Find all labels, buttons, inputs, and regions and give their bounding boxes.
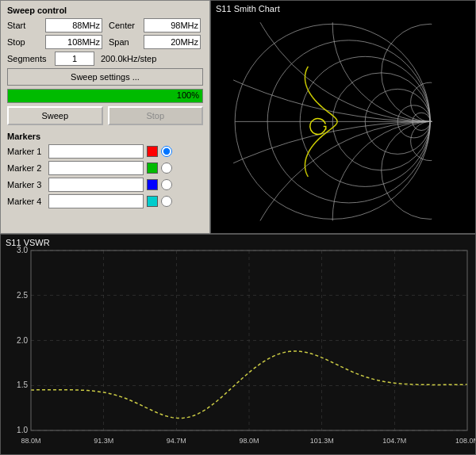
span-label: Span: [109, 37, 144, 47]
marker-2-color: [147, 162, 158, 174]
marker-3-color: [147, 179, 158, 190]
start-label: Start: [7, 21, 45, 30]
smith-chart-canvas: [211, 1, 475, 233]
progress-label: 100%: [177, 90, 199, 100]
vswr-canvas: [1, 235, 475, 454]
marker-2-label: Marker 2: [7, 163, 48, 173]
marker-4-label: Marker 4: [7, 197, 48, 206]
step-label: 200.0kHz/step: [101, 54, 156, 63]
progress-bar-container: 100%: [7, 89, 203, 103]
marker-4-input[interactable]: [48, 194, 144, 208]
marker-3-row: Marker 3: [7, 178, 203, 192]
left-panel: Sweep control Start Center Stop Span Seg…: [0, 0, 210, 234]
marker-3-label: Marker 3: [7, 180, 48, 189]
vswr-title: S11 VSWR: [6, 238, 50, 247]
start-input[interactable]: [45, 18, 102, 32]
progress-bar-fill: [8, 90, 202, 102]
marker-3-input[interactable]: [48, 178, 144, 192]
main-container: Sweep control Start Center Stop Span Seg…: [0, 0, 476, 455]
stop-label: Stop: [7, 37, 45, 47]
marker-1-label: Marker 1: [7, 147, 48, 156]
marker-1-radio[interactable]: [161, 146, 172, 157]
marker-2-radio[interactable]: [161, 162, 172, 174]
top-row: Sweep control Start Center Stop Span Seg…: [0, 0, 476, 234]
sweep-button[interactable]: Sweep: [7, 106, 103, 125]
segments-label: Segments: [7, 54, 55, 63]
center-input[interactable]: [144, 18, 201, 32]
marker-4-color: [147, 196, 158, 207]
stop-button[interactable]: Stop: [108, 106, 204, 125]
buttons-row: Sweep Stop: [7, 106, 203, 125]
marker-3-radio[interactable]: [161, 179, 172, 190]
smith-chart-title: S11 Smith Chart: [216, 4, 280, 13]
marker-2-row: Marker 2: [7, 161, 203, 175]
marker-1-row: Marker 1: [7, 144, 203, 159]
marker-4-radio[interactable]: [161, 196, 172, 207]
sweep-settings-button[interactable]: Sweep settings ...: [7, 68, 203, 86]
marker-1-color: [147, 146, 158, 157]
start-center-row: Start Center: [7, 18, 203, 32]
stop-input[interactable]: [45, 35, 102, 49]
marker-2-input[interactable]: [48, 161, 144, 175]
marker-1-input[interactable]: [48, 144, 144, 159]
marker-4-row: Marker 4: [7, 194, 203, 208]
sweep-control-title: Sweep control: [7, 6, 203, 15]
vswr-chart-panel: S11 VSWR: [0, 234, 476, 455]
center-label: Center: [109, 21, 144, 30]
segments-input[interactable]: [55, 52, 94, 66]
stop-span-row: Stop Span: [7, 35, 203, 49]
span-input[interactable]: [144, 35, 201, 49]
markers-title: Markers: [7, 132, 203, 141]
segments-row: Segments 200.0kHz/step: [7, 52, 203, 66]
smith-chart-panel: S11 Smith Chart: [210, 0, 476, 234]
